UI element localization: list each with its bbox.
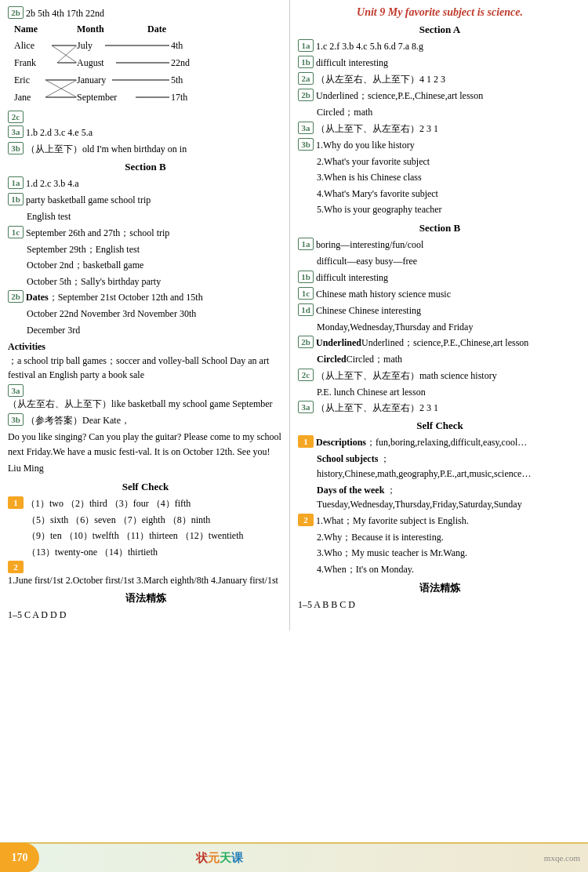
r-s1a-row: 1a boring—interesting/fun/cool [298,238,582,252]
q3b-row: 3b （从上至下）old I'm when birthday on in [8,142,283,156]
matching-rows: Alice Frank Eric Jane July August Januar… [14,37,283,107]
r-sc1-desc-text: ；fun,boring,relaxing,difficult,easy,cool… [366,435,527,449]
q1c-line2: September 29th；English test [8,242,283,257]
q3a-2-text: （从左至右、从上至下）like basketball my school gam… [8,397,273,411]
label-3b: 3b [8,142,24,154]
r-s1a-text1: boring—interesting/fun/cool [316,238,423,252]
q2b-dates-3: December 3rd [8,323,283,338]
unit-title: Unit 9 My favorite subject is science. [298,6,582,19]
page-container: 2b 2b 5th 4th 17th 22nd Name Month Date … [0,0,588,872]
label-1b: 1b [8,193,24,205]
r-s-label-1d: 1d [298,303,314,316]
sc1-line3: （9）ten （10）twelfth （11）thirteen （12）twen… [8,529,283,543]
label-3b-2: 3b [8,413,24,426]
name-frank: Frank [14,54,36,71]
r-q2a-row: 2a （从左至右、从上至下）4 1 2 3 [298,72,582,86]
r-sc2-line4: 4.When；It's on Monday. [298,562,582,577]
r-sc2-line3: 3.Who；My music teacher is Mr.Wang. [298,546,582,561]
q3a-row: 3a 1.b 2.d 3.c 4.e 5.a [8,125,283,140]
q1c-line4: October 5th；Sally's birthday party [8,274,283,289]
r-q2b-text1: Underlined；science,P.E.,Chinese,art less… [316,89,483,103]
r-s1c-text: Chinese math history science music [316,287,451,301]
r-q3b-row: 3b 1.Why do you like history [298,138,582,152]
r-sc2-line2: 2.Why；Because it is interesting. [298,530,582,545]
name-eric: Eric [14,71,36,89]
grammar-title-left: 语法精炼 [8,591,283,605]
r-s2b-row: 2b Underlined Underlined；science,P.E.,Ch… [298,336,582,350]
svg-line-9 [57,45,77,63]
r-q1a-row: 1a 1.c 2.f 3.b 4.c 5.h 6.d 7.a 8.g [298,39,582,53]
r-s1d-text: Chinese Chinese interesting [316,303,421,318]
bottom-bar: 170 状元天课 mxqe.com [0,842,588,872]
r-s2b-circled-text: Circled；math [347,354,402,365]
activities-text: ；a school trip ball games；soccer and vol… [8,354,283,382]
matching-section: Name Month Date Alice Frank Eric Jane [14,24,283,107]
r-q1b-row: 1b difficult interesting [298,56,582,70]
r-grammar-title: 语法精炼 [298,581,582,595]
unit-label: Unit 9 My favorite subject is science. [357,6,523,18]
r-q3a-row: 3a （从上至下、从左至右）2 3 1 [298,122,582,136]
r-q2a-text: （从左至右、从上至下）4 1 2 3 [316,72,445,86]
name-alice: Alice [14,37,36,54]
r-s-label-3a: 3a [298,401,314,413]
sc2-row: 2 1.June first/1st 2.October first/1st 3… [8,561,283,587]
r-self-check-title: Self Check [298,420,582,432]
date-5th: 5th [171,71,190,89]
r-s-label-2c: 2c [298,369,314,381]
r-s3a-text: （从上至下、从左至右）2 3 1 [316,401,438,415]
activities-label: Activities [8,340,45,354]
r-q3b-line2: 2.What's your favorite subject [298,154,582,169]
r-s-label-2b: 2b [298,336,314,348]
name-jane: Jane [14,89,36,106]
activities-row: Activities ；a school trip ball games；soc… [8,340,283,382]
r-sc2-row: 2 1.What；My favorite subject is English. [298,514,582,528]
r-s2c-row: 2c （从上至下、从左至右）math science history [298,369,582,383]
r-sc1-days-label: Days of the week [317,485,384,496]
sc1-text1: （1）two （2）third （3）four （4）fifth [26,496,191,510]
q1c-row: 1c September 26th and 27th；school trip [8,226,283,240]
label-2b-2: 2b [8,290,24,303]
sc2-text: 1.June first/1st 2.October first/1st 3.M… [8,573,278,587]
letter-sig: Liu Ming [8,461,283,476]
sc1-label-num: 1 [8,496,24,509]
website-text: mxqe.com [544,853,580,863]
label-3a-2: 3a [8,384,24,397]
label-1a: 1a [8,176,24,189]
q3a-text: 1.b 2.d 3.c 4.e 5.a [26,125,93,140]
r-sc1-desc-label: Descriptions [316,435,366,449]
q2b-dates-2: October 22nd November 3rd November 30th [8,307,283,322]
r-s2b-circled-label: Circled [317,354,347,365]
r-sc1-school-line: School subjects ；history,Chinese,math,ge… [298,452,582,481]
r-q2b-line2: Circled；math [298,105,582,120]
r-s-label-1c: 1c [298,287,314,300]
r-s2b-text1: Underlined；science,P.E.,Chinese,art less… [361,336,528,350]
month-january: January [77,71,117,89]
svg-line-8 [52,45,77,63]
label-2b: 2b [8,6,24,19]
q1a-row: 1a 1.d 2.c 3.b 4.a [8,176,283,191]
svg-line-10 [45,80,77,97]
header-name: Name [14,24,77,35]
sc2-label-num: 2 [8,561,24,573]
month-august: August [77,54,117,71]
r-q1b-text: difficult interesting [316,56,388,70]
r-s1c-row: 1c Chinese math history science music [298,287,582,301]
r-s-label-1b: 1b [298,271,314,283]
grammar-answers-left: 1–5 C A D D D [8,608,283,623]
r-q3a-text: （从上至下、从左至右）2 3 1 [316,122,438,136]
q2b-top: 2b 2b 5th 4th 17th 22nd [8,6,283,20]
r-q1a-text: 1.c 2.f 3.b 4.c 5.h 6.d 7.a 8.g [316,39,423,53]
date-4th: 4th [171,37,190,54]
q1a-text: 1.d 2.c 3.b 4.a [26,176,79,191]
q1b-text: party basketball game school trip [26,193,151,207]
q2b-dates-label: Dates [26,290,49,304]
r-sc1-days-line: Days of the week ；Tuesday,Wednesday,Thur… [298,483,582,512]
r-label-3a: 3a [298,122,314,134]
right-column: Unit 9 My favorite subject is science. S… [290,0,588,630]
r-s2b-circled: CircledCircled；math [298,352,582,367]
q1c-line3: October 2nd；basketball game [8,258,283,273]
q2b-dates-row: 2b Dates ；September 21st October 12th an… [8,290,283,304]
header-month: Month [77,24,147,35]
bottom-logo: 状元天课 [196,851,243,866]
r-label-2b: 2b [298,89,314,101]
